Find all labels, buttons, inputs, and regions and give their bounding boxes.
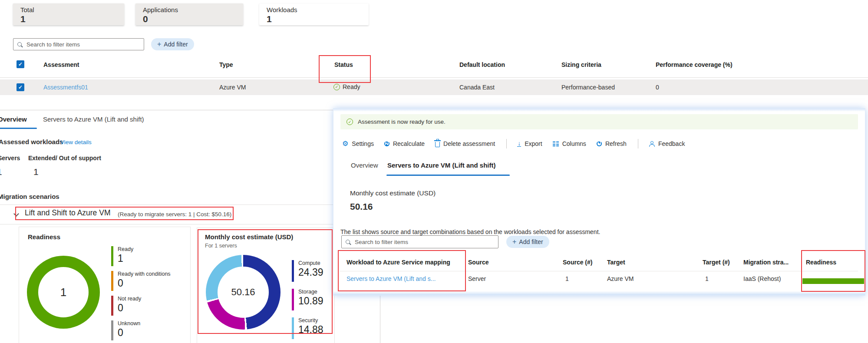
migration-strategy-cell: IaaS (Rehost) — [743, 275, 781, 282]
top-search-input[interactable] — [26, 41, 140, 48]
mapping-description: The list shows source and target combina… — [340, 228, 600, 235]
legend-color-bar — [111, 296, 113, 316]
top-search-box[interactable] — [13, 38, 144, 50]
search-icon — [17, 42, 22, 46]
summary-card-label: Total — [20, 6, 124, 13]
col-header-performance-coverage[interactable]: Performance coverage (%) — [656, 61, 733, 68]
summary-card-applications[interactable]: Applications 0 — [135, 3, 243, 25]
gear-icon: ⚙ — [342, 140, 348, 147]
table-row[interactable] — [0, 79, 868, 95]
legend-color-bar — [292, 260, 294, 282]
settings-button[interactable]: ⚙Settings — [342, 140, 374, 147]
legend-item-unknown: Unknown0 — [111, 320, 171, 340]
summary-card-workloads[interactable]: Workloads 1 — [259, 3, 369, 25]
blade-tab-servers-to-azure-vm[interactable]: Servers to Azure VM (Lift and shift) — [387, 162, 495, 169]
check-icon: ✓ — [18, 84, 23, 90]
stat-extended-value: 1 — [33, 167, 39, 177]
col-header-type[interactable]: Type — [219, 61, 233, 68]
blade-search-input[interactable] — [354, 238, 494, 246]
assessment-blade: ✓ Assessment is now ready for use. ⚙Sett… — [333, 109, 865, 295]
trash-icon — [435, 142, 440, 147]
legend-color-bar — [111, 246, 113, 266]
mapping-link[interactable]: Servers to Azure VM (Lift and s... — [347, 275, 436, 282]
summary-card-label: Workloads — [267, 6, 369, 13]
legend-item-security: Security14.88 — [292, 317, 323, 339]
col-header-readiness[interactable]: Readiness — [806, 259, 836, 266]
stat-extended-label: Extended/ Out of support — [28, 155, 101, 162]
delete-assessment-button[interactable]: Delete assessment — [435, 140, 495, 147]
add-filter-label: Add filter — [519, 238, 543, 245]
summary-card-label: Applications — [143, 6, 243, 13]
refresh-icon — [597, 141, 602, 146]
download-icon: ↓ — [517, 141, 521, 147]
active-tab-underline — [386, 175, 510, 176]
stat-servers-value: 1 — [0, 167, 2, 177]
toolbar-divider — [506, 139, 507, 148]
col-header-assessment[interactable]: Assessment — [43, 61, 79, 68]
feedback-button[interactable]: Feedback — [649, 140, 685, 147]
summary-card-value: 0 — [143, 14, 243, 24]
target-count-cell: 1 — [705, 275, 709, 282]
section-divider — [0, 224, 380, 224]
highlight-box-status — [319, 55, 371, 83]
sizing-criteria-cell: Performance-based — [561, 84, 615, 91]
col-header-source[interactable]: Source — [468, 259, 488, 266]
select-all-checkbox[interactable]: ✓ — [17, 60, 24, 68]
summary-card-value: 1 — [267, 14, 369, 24]
col-header-status[interactable]: Status — [334, 61, 353, 68]
cost-legend: Compute24.39 Storage10.89 Security14.88 — [292, 260, 323, 339]
stat-servers-label: Servers — [0, 155, 20, 162]
default-location-cell: Canada East — [459, 84, 495, 91]
readiness-legend: Ready1 Ready with conditions0 Not ready0… — [111, 246, 171, 340]
assessed-workloads-title: Assessed workloads — [0, 138, 63, 145]
blade-cost-label: Monthly cost estimate (USD) — [350, 189, 436, 197]
azure-migrate-assessment-screen: Total 1 Applications 0 Workloads 1 + Add… — [0, 0, 868, 343]
summary-card-total[interactable]: Total 1 — [13, 3, 124, 25]
assessment-link[interactable]: Assessmentfs01 — [43, 84, 88, 91]
col-header-workload-mapping[interactable]: Workload to Azure Service mapping — [347, 259, 450, 266]
legend-color-bar — [111, 320, 113, 340]
monthly-cost-card: Monthly cost estimate (USD) For 1 server… — [197, 228, 335, 343]
col-header-migration-strategy[interactable]: Migration stra... — [743, 259, 789, 266]
status-cell: ✓ Ready — [333, 83, 360, 90]
table-header-divider — [0, 77, 868, 78]
search-icon — [346, 240, 350, 244]
refresh-button[interactable]: Refresh — [597, 140, 627, 147]
tab-overview[interactable]: Overview — [0, 115, 27, 123]
recalculate-button[interactable]: Recalculate — [384, 140, 425, 147]
table-header-divider — [340, 271, 858, 271]
chevron-down-icon[interactable] — [13, 211, 19, 217]
columns-button[interactable]: Columns — [553, 140, 586, 147]
readiness-card: Readiness 1 Ready1 Ready with conditions… — [19, 227, 191, 343]
success-check-icon: ✓ — [347, 119, 353, 125]
type-cell: Azure VM — [219, 84, 246, 91]
active-tab-underline — [0, 128, 37, 129]
legend-item-storage: Storage10.89 — [292, 289, 323, 310]
recalculate-icon — [384, 141, 389, 146]
tab-servers-to-azure-vm[interactable]: Servers to Azure VM (Lift and shift) — [43, 115, 144, 123]
columns-icon — [553, 142, 559, 146]
col-header-default-location[interactable]: Default location — [459, 61, 505, 68]
check-icon: ✓ — [18, 61, 23, 67]
cost-card-subtitle: For 1 servers — [205, 243, 237, 249]
col-header-source-count[interactable]: Source (#) — [563, 259, 592, 266]
readiness-card-title: Readiness — [28, 233, 60, 241]
col-header-target[interactable]: Target — [607, 259, 625, 266]
blade-search-box[interactable] — [341, 235, 498, 248]
row-checkbox[interactable]: ✓ — [17, 83, 24, 91]
section-divider — [0, 204, 380, 205]
top-add-filter-button[interactable]: + Add filter — [151, 38, 194, 50]
banner-text: Assessment is now ready for use. — [358, 119, 446, 125]
export-button[interactable]: ↓Export — [517, 140, 542, 147]
target-cell: Azure VM — [607, 275, 634, 282]
scenario-expander-title[interactable]: Lift and Shift to Azure VM — [25, 208, 110, 218]
blade-add-filter-button[interactable]: + Add filter — [506, 236, 549, 248]
col-header-target-count[interactable]: Target (#) — [703, 259, 730, 266]
blade-tab-overview[interactable]: Overview — [351, 162, 378, 169]
col-header-sizing-criteria[interactable]: Sizing criteria — [561, 61, 601, 68]
success-banner: ✓ Assessment is now ready for use. — [340, 114, 858, 129]
readiness-bar — [802, 278, 864, 284]
legend-color-bar — [111, 271, 113, 291]
view-details-link[interactable]: View details — [60, 139, 92, 145]
summary-card-value: 1 — [20, 14, 124, 24]
